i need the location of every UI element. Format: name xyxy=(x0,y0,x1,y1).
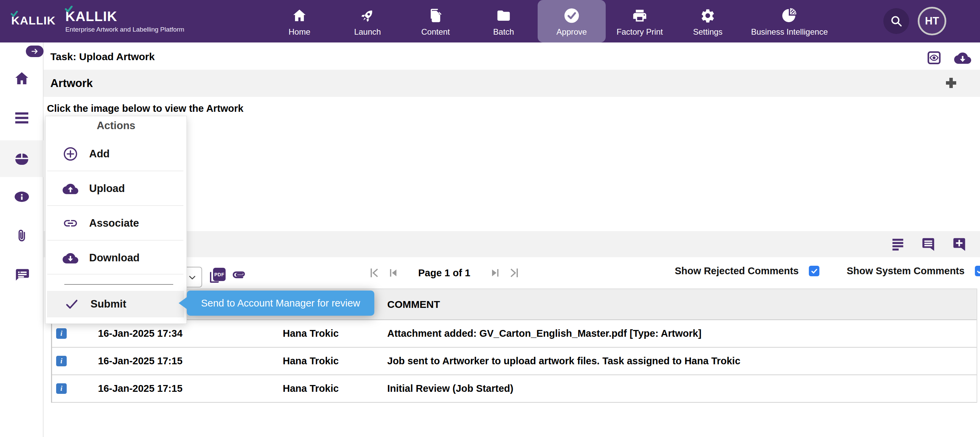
audit-list-button[interactable] xyxy=(891,236,906,253)
sidebar-item-attachments[interactable] xyxy=(0,228,43,244)
arrow-right-icon xyxy=(30,47,39,55)
attachments-button[interactable] xyxy=(232,269,247,282)
previous-page-button[interactable] xyxy=(388,267,399,279)
top-navbar: KALLIK KALLIK Enterprise Artwork and Lab… xyxy=(0,0,980,43)
last-page-icon xyxy=(508,267,520,279)
home-icon xyxy=(292,7,307,24)
show-rejected-comments-label: Show Rejected Comments xyxy=(675,265,799,277)
check-icon xyxy=(64,296,80,312)
home-icon xyxy=(14,70,30,87)
sidebar-expand-button[interactable] xyxy=(26,46,43,57)
comment-filters: Show Rejected Comments Show System Comme… xyxy=(675,265,980,277)
menu-icon xyxy=(14,110,30,126)
nav-item-business-intelligence[interactable]: Business Intelligence xyxy=(742,0,837,43)
brand-tagline: Enterprise Artwork and Labelling Platfor… xyxy=(65,26,185,33)
teal-check-mark-icon xyxy=(11,11,18,18)
teal-check-mark-icon xyxy=(65,6,73,13)
next-page-icon xyxy=(489,267,501,279)
menu-item-upload[interactable]: Upload xyxy=(46,173,186,204)
check-icon xyxy=(811,268,818,275)
search-icon xyxy=(889,14,904,28)
sidebar-item-menu[interactable] xyxy=(0,110,43,126)
nav-item-launch[interactable]: Launch xyxy=(334,0,401,43)
mouse-icon xyxy=(14,151,30,167)
next-page-button[interactable] xyxy=(489,267,501,279)
avatar-initials: HT xyxy=(925,15,939,27)
link-icon xyxy=(63,215,78,231)
nav-item-batch[interactable]: Batch xyxy=(469,0,538,43)
show-system-comments-label: Show System Comments xyxy=(846,265,964,277)
sidebar-item-home[interactable] xyxy=(0,70,43,87)
menu-divider xyxy=(47,205,183,206)
plus-icon xyxy=(945,76,958,89)
kallik-logo-small[interactable]: KALLIK xyxy=(11,14,56,27)
last-page-button[interactable] xyxy=(508,267,520,279)
comments-button[interactable] xyxy=(920,236,936,253)
left-sidebar xyxy=(0,43,43,437)
task-header-row: Task: Upload Artwork xyxy=(43,43,980,70)
preview-button[interactable] xyxy=(927,51,941,66)
export-pdf-button[interactable]: PDF xyxy=(210,268,226,283)
info-icon: i xyxy=(56,383,67,394)
paperclip-icon xyxy=(14,228,30,244)
comment-date: 16-Jan-2025 17:15 xyxy=(98,383,283,394)
comment-icon xyxy=(920,236,936,252)
folder-icon xyxy=(496,7,511,24)
comment-text: Initial Review (Job Started) xyxy=(387,383,977,394)
comment-icon xyxy=(14,267,30,282)
show-rejected-comments-checkbox[interactable] xyxy=(809,266,819,276)
comment-user: Hana Trokic xyxy=(283,383,387,394)
show-system-comments-checkbox[interactable] xyxy=(975,266,980,276)
cloud-upload-icon xyxy=(63,182,78,195)
logo-main-text: KALLIK xyxy=(65,9,118,24)
menu-item-add[interactable]: Add xyxy=(46,138,186,169)
sidebar-item-artwork[interactable] xyxy=(0,151,43,167)
nav-item-settings[interactable]: Settings xyxy=(674,0,742,43)
menu-divider xyxy=(47,274,183,275)
first-page-icon xyxy=(369,267,380,279)
paperclip-icon xyxy=(232,269,247,280)
printer-icon xyxy=(632,7,648,24)
pages-icon xyxy=(428,7,443,24)
menu-item-submit[interactable]: Submit xyxy=(47,291,184,317)
app-window: KALLIK KALLIK Enterprise Artwork and Lab… xyxy=(0,0,980,437)
comment-user: Hana Trokic xyxy=(283,355,387,367)
kallik-logo-main[interactable]: KALLIK Enterprise Artwork and Labelling … xyxy=(65,9,185,33)
cloud-download-icon xyxy=(63,252,78,264)
menu-item-associate[interactable]: Associate xyxy=(46,207,186,239)
nav-item-content[interactable]: Content xyxy=(401,0,469,43)
page-indicator: Page 1 of 1 xyxy=(418,268,470,279)
page-title: Task: Upload Artwork xyxy=(50,51,155,63)
comment-text: Job sent to Artworker to upload artwork … xyxy=(387,355,977,367)
download-all-button[interactable] xyxy=(954,51,971,66)
gear-icon xyxy=(700,7,716,24)
comment-column-header: COMMENT xyxy=(387,299,440,310)
menu-separator xyxy=(64,284,173,285)
menu-divider xyxy=(47,240,183,241)
nav-item-approve[interactable]: Approve xyxy=(538,0,606,43)
chevron-down-icon xyxy=(188,273,197,283)
menu-divider xyxy=(47,171,183,171)
avatar[interactable]: HT xyxy=(918,7,946,35)
main-navigation: Home Launch Content Batch Approve Factor… xyxy=(266,0,837,43)
search-button[interactable] xyxy=(883,8,909,34)
nav-item-factory-print[interactable]: Factory Print xyxy=(606,0,674,43)
actions-menu: Actions Add Upload Associate D xyxy=(45,116,187,324)
add-circle-icon xyxy=(63,146,78,162)
previous-page-icon xyxy=(388,267,399,279)
sidebar-item-info[interactable] xyxy=(0,188,43,205)
table-row[interactable]: i 16-Jan-2025 17:34 Hana Trokic Attachme… xyxy=(52,320,977,348)
section-title: Artwork xyxy=(50,77,93,90)
table-row[interactable]: i 16-Jan-2025 17:15 Hana Trokic Initial … xyxy=(52,375,977,403)
first-page-button[interactable] xyxy=(369,267,380,279)
actions-menu-title: Actions xyxy=(46,120,186,132)
add-artwork-button[interactable] xyxy=(945,76,958,91)
menu-item-download[interactable]: Download xyxy=(46,242,186,274)
info-icon xyxy=(14,188,30,205)
sidebar-item-comments[interactable] xyxy=(0,267,43,282)
info-icon: i xyxy=(56,356,67,366)
add-comment-button[interactable] xyxy=(951,236,967,253)
nav-item-home[interactable]: Home xyxy=(266,0,334,43)
eye-icon xyxy=(927,51,941,65)
table-row[interactable]: i 16-Jan-2025 17:15 Hana Trokic Job sent… xyxy=(52,348,977,375)
